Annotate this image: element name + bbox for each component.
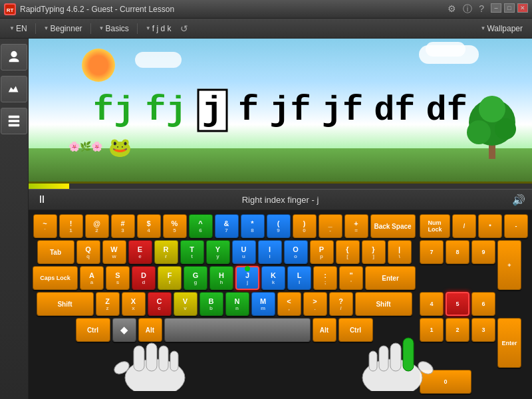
key-h[interactable]: Hh	[209, 266, 233, 290]
key-rbracket[interactable]: }]	[362, 240, 386, 264]
key-y[interactable]: Yy	[206, 240, 230, 264]
numpad-row-123: 1 2 3 Enter	[420, 318, 528, 368]
key-m[interactable]: Mm	[251, 292, 275, 316]
key-8[interactable]: *8	[241, 214, 265, 238]
lesson-selector[interactable]: ▼ f j d k	[142, 23, 176, 35]
key-5[interactable]: %5	[163, 214, 187, 238]
key-7[interactable]: &7	[215, 214, 239, 238]
sidebar-btn-stats[interactable]	[1, 76, 27, 102]
key-a[interactable]: Aa	[80, 266, 104, 290]
key-minus[interactable]: _-	[319, 214, 342, 238]
key-shift-right[interactable]: Shift	[355, 292, 412, 316]
key-f[interactable]: Ff	[158, 266, 182, 290]
info-icon[interactable]: ⓘ	[463, 3, 472, 15]
key-backslash[interactable]: |\	[388, 240, 412, 264]
key-6[interactable]: ^6	[189, 214, 213, 238]
key-c[interactable]: Cc	[148, 292, 172, 316]
key-1[interactable]: !1	[59, 214, 83, 238]
key-v[interactable]: Vv	[174, 292, 198, 316]
key-k[interactable]: Kk	[261, 266, 285, 290]
key-w[interactable]: Ww	[102, 240, 126, 264]
key-slash[interactable]: ?/	[329, 292, 353, 316]
key-ctrl-left[interactable]: Ctrl	[76, 318, 110, 342]
key-z[interactable]: Zz	[96, 292, 120, 316]
key-o[interactable]: Oo	[284, 240, 308, 264]
progress-bar-container	[29, 184, 532, 189]
minimize-button[interactable]: –	[491, 3, 501, 13]
numpad-3[interactable]: 3	[471, 318, 495, 342]
gear-icon[interactable]: ⚙	[448, 3, 456, 15]
toolbar-separator-2	[90, 23, 91, 34]
sidebar-btn-lesson[interactable]	[1, 44, 27, 70]
key-space[interactable]	[164, 318, 311, 342]
numpad-minus[interactable]: -	[504, 214, 528, 238]
language-selector[interactable]: ▼ EN	[5, 23, 31, 35]
key-3[interactable]: #3	[111, 214, 135, 238]
key-t[interactable]: Tt	[180, 240, 204, 264]
help-icon[interactable]: ?	[479, 3, 484, 15]
numpad-0[interactable]: 0	[420, 370, 471, 394]
hint-bar: ⏸ Right index finger - j 🔊	[29, 189, 532, 210]
key-9[interactable]: (9	[267, 214, 291, 238]
pause-button[interactable]: ⏸	[35, 193, 49, 206]
key-capslock[interactable]: Caps Lock	[33, 266, 78, 290]
key-q[interactable]: Qq	[76, 240, 100, 264]
key-enter[interactable]: Enter	[365, 266, 416, 290]
key-b[interactable]: Bb	[200, 292, 223, 316]
key-x[interactable]: Xx	[122, 292, 146, 316]
numpad-7[interactable]: 7	[420, 240, 444, 264]
keyboard-row-qwerty: Tab Qq Ww Ee Rr Tt Yy Uu Ii Oo Pp {[	[33, 240, 416, 264]
key-semicolon[interactable]: :;	[313, 266, 337, 290]
key-4[interactable]: $4	[137, 214, 161, 238]
key-n[interactable]: Nn	[225, 292, 249, 316]
key-alt-right[interactable]: Alt	[313, 318, 336, 342]
key-tab[interactable]: Tab	[37, 240, 74, 264]
key-s[interactable]: Ss	[106, 266, 130, 290]
numpad-slash[interactable]: /	[452, 214, 476, 238]
numpad-1[interactable]: 1	[420, 318, 444, 342]
wallpaper-selector[interactable]: ▼ Wallpaper	[477, 23, 527, 35]
key-2[interactable]: @2	[85, 214, 109, 238]
numpad-9[interactable]: 9	[471, 240, 495, 264]
close-button[interactable]: ✕	[517, 3, 528, 13]
key-d[interactable]: Dd	[132, 266, 156, 290]
key-p[interactable]: Pp	[310, 240, 334, 264]
key-0[interactable]: )0	[293, 214, 317, 238]
sidebar-btn-lessons[interactable]	[1, 108, 27, 134]
key-quote[interactable]: "'	[339, 266, 363, 290]
lesson-set-selector[interactable]: ▼ Basics	[95, 23, 133, 35]
numpad-4[interactable]: 4	[420, 292, 444, 316]
numpad: NumLock / * - 7 8 9 + 4	[420, 214, 528, 394]
numpad-5[interactable]: 5	[446, 292, 469, 316]
key-backspace[interactable]: Back Space	[370, 214, 416, 238]
key-win-left[interactable]: ◆	[112, 318, 136, 342]
numpad-star[interactable]: *	[478, 214, 502, 238]
tree-decoration	[466, 96, 519, 165]
volume-icon[interactable]: 🔊	[512, 194, 525, 206]
key-comma[interactable]: <,	[277, 292, 301, 316]
key-backtick[interactable]: ~`	[33, 214, 57, 238]
numpad-8[interactable]: 8	[446, 240, 469, 264]
numpad-6[interactable]: 6	[471, 292, 495, 316]
level-selector[interactable]: ▼ Beginner	[40, 23, 86, 35]
refresh-icon[interactable]: ↺	[180, 23, 188, 34]
key-r[interactable]: Rr	[154, 240, 178, 264]
numpad-2[interactable]: 2	[446, 318, 469, 342]
key-u[interactable]: Uu	[232, 240, 256, 264]
key-l[interactable]: Ll	[287, 266, 311, 290]
key-equals[interactable]: +=	[344, 214, 368, 238]
numpad-enter[interactable]: Enter	[497, 318, 521, 368]
key-j[interactable]: Jj	[235, 266, 259, 290]
key-i[interactable]: Ii	[258, 240, 282, 264]
numpad-numlock[interactable]: NumLock	[420, 214, 450, 238]
key-ctrl-right[interactable]: Ctrl	[338, 318, 373, 342]
maximize-button[interactable]: □	[504, 3, 515, 13]
key-period[interactable]: >.	[303, 292, 327, 316]
key-shift-left[interactable]: Shift	[37, 292, 94, 316]
numpad-row-456: 4 5 6	[420, 292, 528, 316]
numpad-plus[interactable]: +	[497, 240, 521, 290]
key-lbracket[interactable]: {[	[336, 240, 360, 264]
key-e[interactable]: Ee	[128, 240, 152, 264]
key-g[interactable]: Gg	[184, 266, 207, 290]
key-alt-left[interactable]: Alt	[138, 318, 162, 342]
